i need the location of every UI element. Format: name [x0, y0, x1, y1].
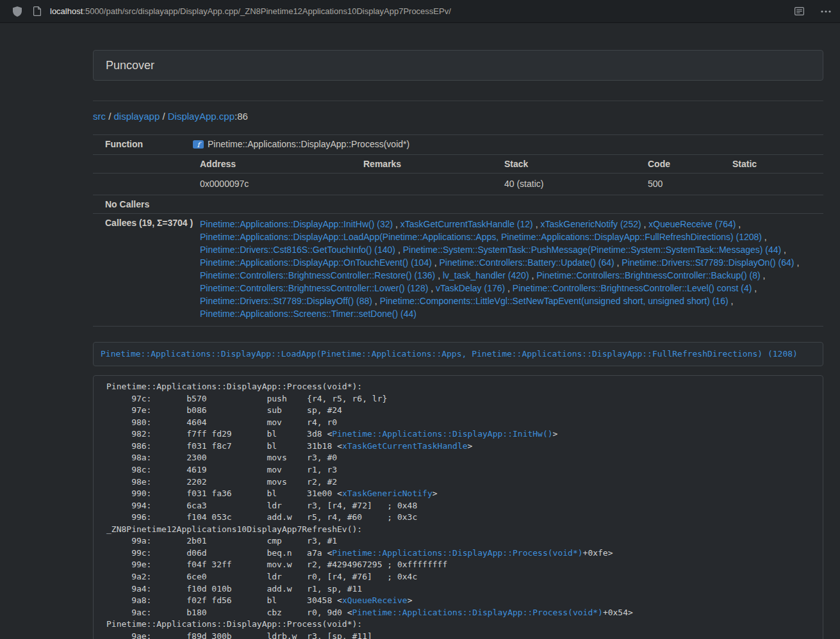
- callee-link[interactable]: Pinetime::Drivers::Cst816S::GetTouchInfo…: [200, 245, 395, 255]
- callee-separator: ,: [781, 245, 786, 255]
- metrics-row: 0x0000097c 40 (static) 500: [93, 174, 823, 195]
- column-header-stack: Stack: [491, 155, 634, 174]
- divider: [93, 101, 823, 101]
- column-header-row: Address Remarks Stack Code Static: [93, 155, 823, 174]
- callee-link[interactable]: Pinetime::Applications::DisplayApp::OnTo…: [200, 257, 432, 268]
- breadcrumb: src / displayapp / DisplayApp.cpp:86: [93, 110, 823, 122]
- callee-link[interactable]: Pinetime::Components::LittleVgl::SetNewT…: [380, 296, 729, 306]
- column-header-remarks: Remarks: [350, 155, 491, 174]
- callee-separator: ,: [736, 219, 741, 229]
- code-symbol-link[interactable]: Pinetime::Applications::DisplayApp::Proc…: [352, 608, 603, 617]
- callee-separator: ,: [393, 219, 400, 229]
- highlighted-callee-box: Pinetime::Applications::DisplayApp::Load…: [93, 342, 823, 366]
- callee-separator: ,: [761, 270, 766, 280]
- breadcrumb-link[interactable]: DisplayApp.cpp: [168, 111, 235, 122]
- function-row: Function f Pinetime::Applications::Displ…: [93, 135, 823, 155]
- address-value: 0x0000097c: [186, 174, 350, 195]
- url-path: :5000/path/src/displayapp/DisplayApp.cpp…: [83, 6, 451, 16]
- url-bar[interactable]: localhost:5000/path/src/displayapp/Displ…: [50, 6, 787, 16]
- callees-label: Callees (19, Σ=3704 ): [93, 214, 186, 327]
- shield-icon[interactable]: [13, 6, 22, 17]
- callee-link[interactable]: Pinetime::System::SystemTask::PushMessag…: [403, 245, 782, 255]
- code-size-value: 500: [634, 174, 719, 195]
- breadcrumb-line-number: :86: [235, 111, 248, 122]
- breadcrumb-separator: /: [106, 111, 114, 122]
- callees-cell: Pinetime::Applications::DisplayApp::Init…: [186, 214, 823, 327]
- reader-mode-icon[interactable]: [795, 7, 804, 15]
- callee-link[interactable]: Pinetime::Controllers::BrightnessControl…: [513, 283, 752, 293]
- callee-link[interactable]: xTaskGenericNotify (252): [540, 219, 641, 229]
- callee-link[interactable]: vTaskDelay (176): [436, 283, 505, 293]
- code-symbol-link[interactable]: xTaskGetCurrentTaskHandle: [342, 441, 468, 451]
- callee-link[interactable]: Pinetime::Drivers::St7789::DisplayOn() (…: [622, 257, 794, 268]
- code-symbol-link[interactable]: xTaskGenericNotify: [342, 489, 432, 498]
- breadcrumb-link[interactable]: displayapp: [114, 111, 160, 122]
- disassembly: Pinetime::Applications::DisplayApp::Proc…: [93, 375, 823, 639]
- callee-separator: ,: [529, 270, 537, 280]
- callee-separator: ,: [505, 283, 513, 293]
- callee-link[interactable]: Pinetime::Applications::Screens::Timer::…: [200, 309, 416, 319]
- callee-link[interactable]: Pinetime::Applications::DisplayApp::Init…: [200, 219, 393, 229]
- url-host: localhost: [50, 6, 83, 16]
- code-symbol-link[interactable]: xQueueReceive: [342, 595, 408, 605]
- callee-separator: ,: [395, 245, 403, 255]
- no-callers-label: No Callers: [93, 195, 186, 214]
- page-content: Puncover src / displayapp / DisplayApp.c…: [93, 50, 823, 639]
- function-name: Pinetime::Applications::DisplayApp::Proc…: [208, 139, 409, 149]
- remarks-value: [350, 174, 491, 195]
- callee-separator: ,: [641, 219, 649, 229]
- code-symbol-link[interactable]: Pinetime::Applications::DisplayApp::Proc…: [332, 548, 582, 558]
- callee-link[interactable]: lv_task_handler (420): [443, 270, 529, 280]
- callee-link[interactable]: Pinetime::Controllers::BrightnessControl…: [200, 270, 435, 280]
- page-icon[interactable]: [33, 6, 41, 16]
- column-header-static: Static: [719, 155, 823, 174]
- callee-separator: ,: [614, 257, 622, 268]
- page-title: Puncover: [106, 59, 811, 72]
- code-symbol-link[interactable]: Pinetime::Applications::DisplayApp::Init…: [332, 429, 552, 439]
- callee-separator: ,: [762, 232, 767, 242]
- callee-link[interactable]: Pinetime::Drivers::St7789::DisplayOff() …: [200, 296, 372, 306]
- callee-link[interactable]: Pinetime::Controllers::BrightnessControl…: [536, 270, 760, 280]
- breadcrumb-separator: /: [160, 111, 168, 122]
- function-row-label: Function: [93, 135, 186, 155]
- function-table: Function f Pinetime::Applications::Displ…: [93, 134, 823, 327]
- column-header-code: Code: [634, 155, 719, 174]
- puncover-header-panel: Puncover: [93, 50, 823, 81]
- load-app-link[interactable]: Pinetime::Applications::DisplayApp::Load…: [101, 349, 798, 359]
- callee-separator: ,: [372, 296, 380, 306]
- browser-chrome: localhost:5000/path/src/displayapp/Displ…: [0, 0, 840, 23]
- stack-value: 40 (static): [491, 174, 634, 195]
- callee-link[interactable]: Pinetime::Controllers::BrightnessControl…: [200, 283, 428, 293]
- callee-separator: ,: [729, 296, 734, 306]
- column-header-address: Address: [186, 155, 350, 174]
- breadcrumb-link[interactable]: src: [93, 111, 106, 122]
- callee-separator: ,: [752, 283, 757, 293]
- no-callers-row: No Callers: [93, 195, 823, 214]
- callee-separator: ,: [428, 283, 436, 293]
- callee-separator: ,: [432, 257, 440, 268]
- callee-link[interactable]: xTaskGetCurrentTaskHandle (12): [400, 219, 533, 229]
- function-icon: f: [193, 139, 204, 152]
- callee-link[interactable]: xQueueReceive (764): [648, 219, 736, 229]
- callee-link[interactable]: Pinetime::Applications::DisplayApp::Load…: [200, 232, 762, 242]
- callee-link[interactable]: Pinetime::Controllers::Battery::Update()…: [440, 257, 614, 268]
- callees-row: Callees (19, Σ=3704 ) Pinetime::Applicat…: [93, 214, 823, 327]
- overflow-menu-icon[interactable]: [821, 10, 831, 13]
- callee-separator: ,: [435, 270, 443, 280]
- callee-separator: ,: [795, 257, 800, 268]
- callee-separator: ,: [533, 219, 541, 229]
- static-value: [719, 174, 823, 195]
